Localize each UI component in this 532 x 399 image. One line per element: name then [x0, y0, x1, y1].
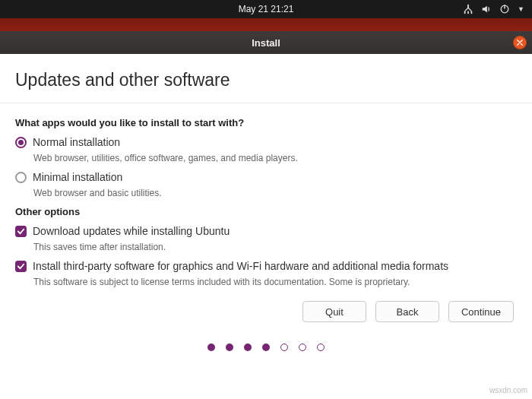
checkbox-icon	[15, 226, 27, 237]
progress-dot	[299, 344, 306, 351]
chevron-down-icon[interactable]: ▼	[518, 5, 524, 13]
clock-datetime: May 21 21:21	[239, 4, 294, 14]
checkbox-description: This saves time after installation.	[33, 242, 517, 252]
watermark: wsxdn.com	[489, 386, 527, 394]
option-label: Normal installation	[33, 136, 120, 148]
checkbox-download-updates[interactable]: Download updates while installing Ubuntu…	[15, 225, 517, 252]
checkbox-description: This software is subject to license term…	[33, 277, 517, 287]
page-title: Updates and other software	[15, 70, 517, 90]
continue-button[interactable]: Continue	[448, 301, 514, 322]
radio-icon	[15, 172, 27, 183]
window-title: Install	[252, 37, 280, 49]
checkbox-label: Install third-party software for graphic…	[33, 260, 448, 272]
progress-dot	[207, 344, 215, 351]
svg-rect-2	[471, 11, 473, 14]
divider	[0, 103, 532, 103]
checkbox-icon	[15, 261, 27, 272]
system-top-bar: May 21 21:21 ▼	[0, 0, 532, 18]
close-button[interactable]	[513, 36, 527, 49]
checkbox-third-party[interactable]: Install third-party software for graphic…	[15, 260, 517, 287]
power-icon[interactable]	[499, 4, 510, 14]
navigation-buttons: Quit Back Continue	[15, 301, 517, 322]
svg-rect-5	[504, 5, 505, 8]
progress-dot	[226, 344, 233, 351]
radio-icon	[15, 137, 27, 148]
other-options-heading: Other options	[15, 206, 517, 217]
network-icon[interactable]	[463, 4, 473, 14]
option-description: Web browser and basic utilities.	[33, 188, 517, 198]
close-icon	[517, 40, 523, 46]
svg-rect-3	[467, 11, 469, 14]
progress-dot	[317, 344, 325, 351]
window-title-bar: Install	[0, 31, 532, 54]
option-description: Web browser, utilities, office software,…	[33, 153, 517, 163]
install-type-question: What apps would you like to install to s…	[15, 117, 517, 128]
back-button[interactable]: Back	[375, 301, 439, 322]
svg-rect-1	[464, 11, 466, 14]
option-label: Minimal installation	[33, 171, 122, 183]
progress-dot	[280, 344, 288, 351]
progress-dot	[244, 344, 252, 351]
checkbox-label: Download updates while installing Ubuntu	[33, 225, 230, 237]
option-minimal-installation[interactable]: Minimal installation Web browser and bas…	[15, 171, 517, 198]
header-accent-strip	[0, 18, 532, 31]
system-tray: ▼	[463, 0, 524, 18]
installer-page: Updates and other software What apps wou…	[0, 54, 532, 359]
progress-dot	[262, 344, 270, 351]
quit-button[interactable]: Quit	[302, 301, 366, 322]
option-normal-installation[interactable]: Normal installation Web browser, utiliti…	[15, 136, 517, 163]
progress-dots	[15, 344, 517, 351]
volume-icon[interactable]	[481, 4, 492, 14]
